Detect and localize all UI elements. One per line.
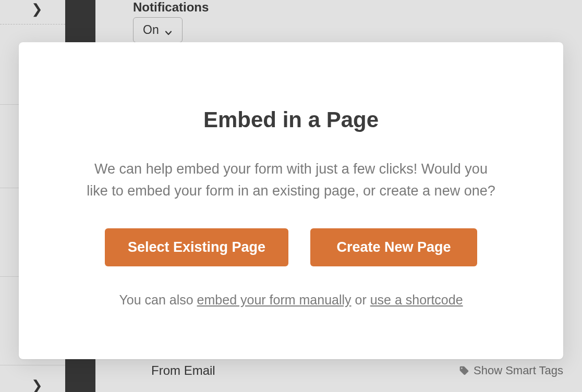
use-shortcode-link[interactable]: use a shortcode xyxy=(370,292,463,307)
modal-button-row: Select Existing Page Create New Page xyxy=(105,228,477,266)
footer-prefix: You can also xyxy=(119,292,197,307)
modal-body-text: We can help embed your form with just a … xyxy=(87,158,495,202)
modal-footer: You can also embed your form manually or… xyxy=(119,292,463,308)
embed-manually-link[interactable]: embed your form manually xyxy=(197,292,351,307)
modal-title: Embed in a Page xyxy=(203,107,379,132)
create-new-page-button[interactable]: Create New Page xyxy=(310,228,477,266)
footer-or: or xyxy=(351,292,370,307)
embed-in-page-modal: Embed in a Page We can help embed your f… xyxy=(19,42,563,359)
select-existing-page-button[interactable]: Select Existing Page xyxy=(105,228,288,266)
